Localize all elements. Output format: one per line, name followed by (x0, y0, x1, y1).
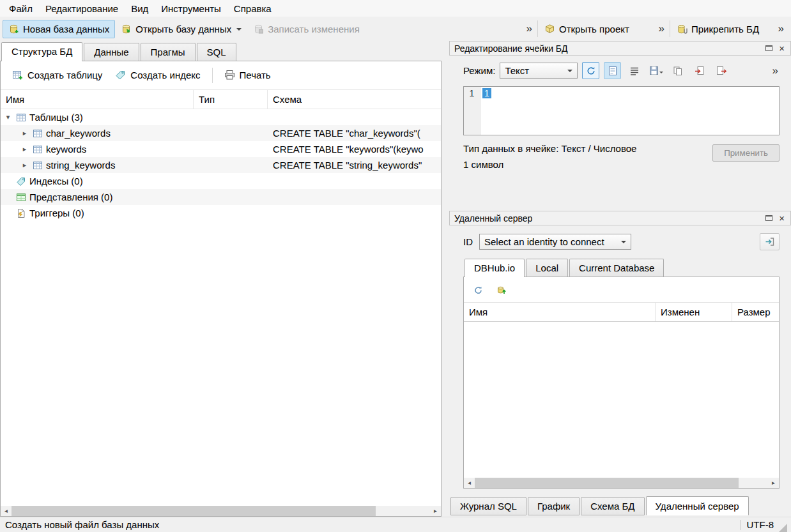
create-index-button[interactable]: Создать индекс (109, 66, 206, 84)
import-file-button[interactable] (691, 62, 708, 79)
tree-row-char-keywords[interactable]: ▸ char_keywords CREATE TABLE "char_keywo… (1, 125, 441, 141)
scroll-left-button[interactable]: ◄ (1, 506, 12, 516)
print-button[interactable]: Печать (218, 66, 277, 84)
dock-close-icon[interactable]: × (778, 43, 786, 53)
column-header-schema[interactable]: Схема (268, 90, 441, 109)
save-dropdown-icon[interactable] (659, 72, 663, 75)
remote-column-modified[interactable]: Изменен (656, 303, 732, 321)
identity-value: Select an identity to connect (484, 236, 604, 247)
upload-db-icon (496, 285, 506, 295)
copy-cell-button[interactable] (669, 62, 686, 79)
tree-row-triggers[interactable]: Триггеры (0) (1, 205, 441, 221)
create-table-label: Создать таблицу (27, 70, 102, 80)
toolbar-overflow-2[interactable]: » (654, 22, 669, 35)
mode-combobox[interactable]: Текст (500, 63, 578, 79)
scroll-right-button[interactable]: ► (768, 478, 779, 488)
tree-name-cell: Индексы (0) (1, 176, 194, 186)
create-index-label: Создать индекс (130, 70, 200, 80)
write-changes-label: Записать изменения (268, 24, 360, 34)
apply-button[interactable]: Применить (712, 144, 779, 162)
tree-row-keywords[interactable]: ▸ keywords CREATE TABLE "keywords"(keywo (1, 141, 441, 157)
remote-table-header: Имя Изменен Размер (464, 302, 779, 322)
cell-editor-content[interactable]: 1 (480, 87, 493, 135)
scroll-thumb[interactable] (12, 506, 376, 516)
attach-db-button[interactable]: Прикрепить БД (671, 20, 765, 38)
connect-button[interactable] (760, 233, 779, 250)
tab-pragmas[interactable]: Прагмы (141, 43, 196, 61)
text-document-icon (608, 66, 618, 76)
app-window: Файл Редактирование Вид Инструменты Спра… (0, 0, 791, 532)
tab-data[interactable]: Данные (84, 43, 139, 61)
structure-horizontal-scrollbar[interactable]: ◄ ► (1, 506, 441, 516)
remote-refresh-button[interactable] (470, 283, 486, 297)
tab-local[interactable]: Local (526, 259, 568, 277)
menu-help[interactable]: Справка (227, 1, 278, 16)
open-database-button[interactable]: Открыть базу данных (115, 20, 247, 38)
new-database-button[interactable]: Новая база данных (3, 20, 115, 38)
import-data-button[interactable] (582, 62, 599, 79)
resize-grip-icon[interactable] (779, 524, 787, 532)
tree-row-string-keywords[interactable]: ▸ string_keywords CREATE TABLE "string_k… (1, 157, 441, 173)
remote-toolbar (464, 277, 779, 302)
open-database-dropdown-icon[interactable] (236, 28, 242, 33)
remote-column-name[interactable]: Имя (464, 303, 656, 321)
structure-actions-toolbar: Создать таблицу Создать индекс Печать (1, 61, 441, 89)
toolbar-overflow-3[interactable]: » (774, 22, 788, 35)
expand-arrow-icon[interactable]: ▸ (20, 129, 29, 137)
cell-info-lines: Тип данных в ячейке: Текст / Числовое 1 … (463, 143, 712, 170)
toolbar-group-attach: Прикрепить БД » (671, 17, 788, 41)
menu-view[interactable]: Вид (125, 1, 155, 16)
export-file-button[interactable] (712, 62, 730, 79)
open-database-label: Открыть базу данных (135, 24, 231, 34)
create-table-button[interactable]: Создать таблицу (6, 66, 109, 84)
tab-plot[interactable]: График (528, 497, 580, 515)
dock-close-icon[interactable]: × (778, 213, 786, 223)
collapse-arrow-icon[interactable]: ▾ (3, 113, 13, 121)
tab-dbhub[interactable]: DBHub.io (465, 259, 525, 277)
open-project-button[interactable]: Открыть проект (539, 20, 635, 38)
scroll-track[interactable] (12, 506, 430, 516)
column-header-type[interactable]: Тип (194, 90, 268, 109)
identity-combobox[interactable]: Select an identity to connect (479, 234, 631, 250)
tab-db-schema[interactable]: Схема БД (581, 497, 644, 515)
tree-label: Таблицы (3) (29, 112, 83, 123)
expand-arrow-icon[interactable]: ▸ (20, 161, 29, 169)
expand-arrow-icon[interactable]: ▸ (20, 145, 29, 153)
tab-remote-server[interactable]: Удаленный сервер (646, 496, 749, 515)
text-mode-button[interactable] (604, 62, 621, 79)
column-header-name[interactable]: Имя (1, 90, 194, 109)
scroll-left-button[interactable]: ◄ (464, 478, 475, 488)
save-cell-button[interactable] (647, 62, 664, 79)
toolbar-overflow-1[interactable]: » (522, 22, 537, 35)
dock-float-icon[interactable] (765, 45, 772, 51)
copy-icon (673, 66, 683, 76)
pane-splitter[interactable] (442, 41, 449, 517)
word-wrap-button[interactable] (626, 62, 643, 79)
encoding-selector[interactable]: UTF-8 (747, 519, 774, 530)
cell-editor[interactable]: 1 1 (463, 86, 779, 135)
tab-sql[interactable]: SQL (197, 43, 236, 61)
scroll-thumb[interactable] (475, 478, 739, 488)
tab-sql-log[interactable]: Журнал SQL (450, 497, 526, 515)
tree-schema-cell: CREATE TABLE "string_keywords" (268, 160, 441, 171)
cell-toolbar-overflow[interactable]: » (771, 65, 779, 77)
edit-cell-dock-title[interactable]: Редактирование ячейки БД × (449, 41, 791, 56)
dock-float-icon[interactable] (765, 215, 772, 221)
tree-row-indexes[interactable]: Индексы (0) (1, 173, 441, 189)
scroll-track[interactable] (475, 478, 768, 488)
menu-file[interactable]: Файл (3, 1, 39, 16)
menu-edit[interactable]: Редактирование (39, 1, 125, 16)
remote-horizontal-scrollbar[interactable]: ◄ ► (464, 478, 779, 488)
remote-dock-label: Удаленный сервер (454, 213, 760, 224)
save-icon (649, 66, 659, 75)
tab-current-database[interactable]: Current Database (569, 259, 664, 277)
remote-column-size[interactable]: Размер (732, 303, 779, 321)
tree-name-cell: ▸ string_keywords (1, 160, 194, 171)
tab-db-structure[interactable]: Структура БД (1, 42, 82, 61)
remote-dock-title[interactable]: Удаленный сервер × (449, 211, 791, 225)
remote-upload-button[interactable] (493, 283, 509, 297)
tree-row-tables[interactable]: ▾ Таблицы (3) (1, 109, 441, 125)
tree-row-views[interactable]: Представления (0) (1, 189, 441, 205)
menu-tools[interactable]: Инструменты (155, 1, 227, 16)
scroll-right-button[interactable]: ► (430, 506, 441, 516)
